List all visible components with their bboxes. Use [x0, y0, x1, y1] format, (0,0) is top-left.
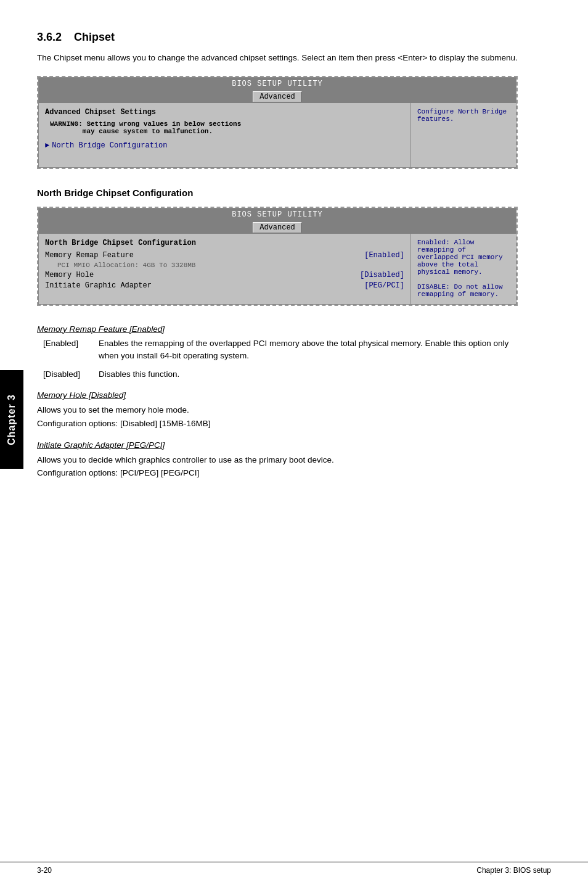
bios-title-2: BIOS SETUP UTILITY — [39, 208, 516, 221]
triangle-icon: ► — [45, 141, 49, 150]
bios-tab-advanced-2: Advanced — [253, 222, 302, 233]
bios-tab-bar-2: Advanced — [39, 221, 516, 234]
feature-row-disabled: [Disabled] Disables this function. — [43, 368, 518, 381]
feature-key-enabled: [Enabled] — [43, 337, 99, 363]
row-value-2: [PEG/PCI] — [364, 281, 404, 290]
intro-text: The Chipset menu allows you to change th… — [37, 51, 518, 65]
bios-left-1: Advanced Chipset Settings WARNING: Setti… — [39, 103, 411, 167]
feature-row-enabled: [Enabled] Enables the remapping of the o… — [43, 337, 518, 363]
bios-help-text-1: Configure North Bridge features. — [417, 108, 507, 123]
feature-plain-2: Allows you to decide which graphics cont… — [37, 453, 518, 480]
sub-row-0: PCI MMIO Allocation: 4GB To 3328MB — [45, 262, 404, 269]
section-heading: 3.6.2Chipset — [37, 31, 518, 44]
table-row: Memory Remap Feature [Enabled] — [45, 251, 404, 260]
bios-help-disabled: DISABLE: Do not allow remapping of memor… — [417, 283, 503, 298]
bios-body-1: Advanced Chipset Settings WARNING: Setti… — [39, 103, 516, 167]
bios-tab-bar-1: Advanced — [39, 90, 516, 103]
feature-title-1: Memory Hole [Disabled] — [37, 390, 518, 400]
bios-help-enabled: Enabled: Allow remapping of overlapped P… — [417, 239, 503, 276]
feature-key-disabled: [Disabled] — [43, 368, 99, 381]
bios-left-2: North Bridge Chipset Configuration Memor… — [39, 234, 411, 304]
section-title: Chipset — [74, 31, 115, 43]
bios-section-title-2: North Bridge Chipset Configuration — [45, 239, 404, 247]
page-footer: 3-20 Chapter 3: BIOS setup — [0, 862, 588, 875]
bios-item-north-bridge: ► North Bridge Configuration — [45, 141, 404, 150]
row-value-0: [Enabled] — [364, 251, 404, 260]
feature-entries-0: [Enabled] Enables the remapping of the o… — [43, 337, 518, 381]
north-bridge-heading: North Bridge Chipset Configuration — [37, 188, 518, 198]
bios-item-label: North Bridge Configuration — [52, 141, 167, 150]
footer-right: Chapter 3: BIOS setup — [476, 866, 551, 875]
feature-desc-disabled: Disables this function. — [99, 368, 518, 381]
bios-title-1: BIOS SETUP UTILITY — [39, 78, 516, 90]
bios-section-title-1: Advanced Chipset Settings — [45, 108, 404, 117]
feature-title-2: Initiate Graphic Adapter [PEG/PCI] — [37, 440, 518, 450]
bios-warning-1: WARNING: Setting wrong values in below s… — [45, 120, 404, 135]
bios-right-1: Configure North Bridge features. — [411, 103, 516, 167]
row-label-0: Memory Remap Feature — [45, 251, 134, 260]
bios-right-2: Enabled: Allow remapping of overlapped P… — [411, 234, 516, 304]
chapter-label: Chapter 3 — [6, 394, 17, 445]
row-value-1: [Disabled] — [360, 271, 404, 279]
bios-warning-indent: may cause system to malfunction. — [50, 128, 213, 135]
bios-tab-advanced-1: Advanced — [253, 91, 302, 102]
feature-plain-1: Allows you to set the memory hole mode.C… — [37, 403, 518, 430]
footer-left: 3-20 — [37, 866, 52, 875]
row-label-1: Memory Hole — [45, 271, 94, 279]
section-number: 3.6.2 — [37, 31, 62, 43]
bios-screen-1: BIOS SETUP UTILITY Advanced Advanced Chi… — [37, 76, 518, 169]
bios-body-2: North Bridge Chipset Configuration Memor… — [39, 234, 516, 304]
row-label-2: Initiate Graphic Adapter — [45, 281, 152, 290]
feature-desc-enabled: Enables the remapping of the overlapped … — [99, 337, 518, 363]
feature-title-0: Memory Remap Feature [Enabled] — [37, 324, 518, 334]
table-row: Memory Hole [Disabled] — [45, 271, 404, 279]
chapter-sidebar: Chapter 3 — [0, 370, 23, 469]
bios-screen-2: BIOS SETUP UTILITY Advanced North Bridge… — [37, 207, 518, 306]
table-row: Initiate Graphic Adapter [PEG/PCI] — [45, 281, 404, 290]
